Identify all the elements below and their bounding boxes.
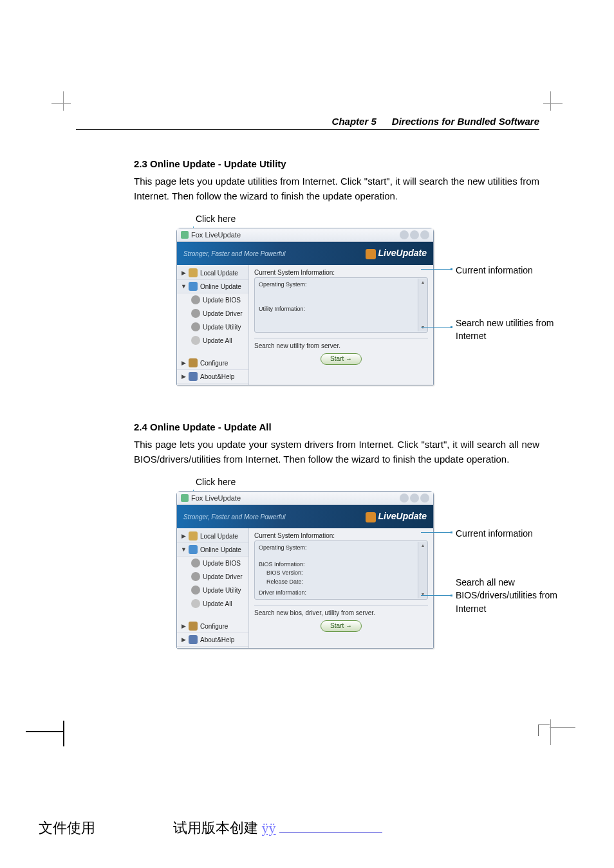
sidebar-item-label: Online Update: [200, 546, 241, 553]
app-icon: [181, 494, 189, 502]
crop-mark: [550, 727, 575, 728]
start-button[interactable]: Start →: [321, 353, 362, 365]
arrow-right-icon: ▶: [181, 533, 186, 539]
minimize-icon[interactable]: [400, 494, 409, 503]
scroll-down-icon[interactable]: ▾: [422, 591, 424, 598]
section-body: This page lets you update your system dr…: [134, 438, 539, 466]
minimize-icon[interactable]: [400, 230, 409, 239]
current-system-label: Current System Information:: [254, 532, 428, 539]
sidebar-item-label: Local Update: [200, 533, 238, 540]
sidebar-item-update-bios[interactable]: Update BIOS: [177, 293, 248, 307]
sidebar-item-configure[interactable]: ▶ Configure: [177, 620, 248, 633]
liveupdate-window: Fox LiveUpdate Stronger, Faster and More…: [176, 228, 434, 385]
close-icon[interactable]: [420, 494, 429, 503]
banner-slogan: Stronger, Faster and More Powerful: [183, 250, 285, 257]
disc-icon: [191, 322, 200, 331]
section-update-utility: 2.3 Online Update - Update Utility This …: [76, 158, 539, 385]
sidebar-item-label: Update BIOS: [203, 560, 241, 567]
section-body: This page lets you update utilities from…: [134, 174, 539, 203]
release-date-label: Release Date:: [259, 578, 423, 587]
gear-icon: [189, 622, 198, 631]
sidebar: ▶ Local Update ▼ Online Update Update BI…: [177, 265, 249, 385]
section-title: 2.4 Online Update - Update All: [134, 421, 539, 432]
sidebar-item-label: Update Utility: [203, 324, 241, 331]
banner-slogan: Stronger, Faster and More Powerful: [183, 513, 285, 521]
callout-line: [421, 327, 452, 328]
crop-mark: [51, 103, 71, 104]
brand-label: LiveUpdate: [378, 511, 427, 521]
sidebar-item-update-driver[interactable]: Update Driver: [177, 570, 248, 584]
chapter-title: Directions for Bundled Software: [392, 116, 539, 127]
arrow-right-icon: ▶: [181, 360, 186, 366]
crop-mark: [63, 91, 64, 111]
arrow-right-icon: ▶: [181, 270, 186, 276]
scrollbar[interactable]: ▴▾: [418, 542, 427, 598]
callout-search: Search new utilities from Internet: [456, 317, 565, 343]
maximize-icon[interactable]: [410, 230, 419, 239]
search-label: Search new utility from server.: [254, 342, 428, 349]
sidebar-item-update-all[interactable]: Update All: [177, 597, 248, 611]
sidebar-item-label: About&Help: [200, 373, 234, 380]
crop-mark: [538, 725, 550, 736]
bios-version-label: BIOS Version:: [259, 569, 423, 578]
scroll-up-icon[interactable]: ▴: [422, 279, 424, 286]
section-title: 2.3 Online Update - Update Utility: [134, 158, 539, 169]
system-info-box: Operating System: Utility Information: ▴…: [254, 277, 428, 333]
sidebar-item-label: Online Update: [200, 283, 241, 290]
sidebar-item-configure[interactable]: ▶ Configure: [177, 356, 248, 370]
sidebar-item-update-driver[interactable]: Update Driver: [177, 307, 248, 320]
liveupdate-window: Fox LiveUpdate Stronger, Faster and More…: [176, 491, 434, 649]
sidebar-item-label: Update Utility: [203, 587, 241, 594]
sidebar-item-about-help[interactable]: ▶ About&Help: [177, 633, 248, 647]
sidebar-item-label: Update BIOS: [203, 297, 241, 304]
sidebar-item-update-all[interactable]: Update All: [177, 334, 248, 347]
maximize-icon[interactable]: [410, 494, 419, 503]
current-system-label: Current System Information:: [254, 269, 428, 276]
search-label: Search new bios, driver, utility from se…: [254, 609, 428, 616]
folder-icon: [189, 531, 198, 540]
window-titlebar: Fox LiveUpdate: [177, 492, 433, 505]
crop-mark: [26, 731, 64, 732]
arrow-down-icon: ▼: [181, 283, 186, 290]
driver-info-label: Driver Information:: [259, 589, 423, 598]
arrow-down-icon: ▼: [181, 546, 186, 553]
callout-current-info: Current information: [456, 264, 533, 277]
disc-icon: [191, 295, 200, 304]
window-title: Fox LiveUpdate: [191, 231, 241, 239]
sidebar-item-update-bios[interactable]: Update BIOS: [177, 557, 248, 570]
click-here-label: Click here: [196, 477, 539, 487]
crop-mark: [550, 719, 551, 745]
callout-current-info: Current information: [456, 527, 533, 540]
scroll-down-icon[interactable]: ▾: [422, 324, 424, 331]
sidebar-item-label: Configure: [200, 623, 228, 630]
sidebar-item-label: Update Driver: [203, 310, 243, 317]
pdf-watermark: 文件使用 试用版本创建 ÿÿ: [39, 818, 382, 838]
page-header: Chapter 5 Directions for Bundled Softwar…: [76, 116, 539, 130]
scrollbar[interactable]: ▴▾: [418, 279, 427, 331]
arrow-right-icon: ▶: [181, 373, 186, 380]
callout-search: Search all new BIOS/drivers/utilities fr…: [456, 576, 572, 615]
sidebar-item-online-update[interactable]: ▼ Online Update: [177, 543, 248, 557]
sidebar-item-local-update[interactable]: ▶ Local Update: [177, 266, 248, 280]
scroll-up-icon[interactable]: ▴: [422, 542, 424, 549]
close-icon[interactable]: [420, 230, 429, 239]
sidebar-item-local-update[interactable]: ▶ Local Update: [177, 530, 248, 543]
callout-line: [421, 269, 452, 270]
folder-icon: [189, 268, 198, 277]
click-here-label: Click here: [196, 214, 539, 224]
sidebar-item-update-utility[interactable]: Update Utility: [177, 320, 248, 334]
brand-label: LiveUpdate: [378, 248, 427, 258]
sidebar-item-update-utility[interactable]: Update Utility: [177, 584, 248, 597]
gear-icon: [189, 358, 198, 367]
sidebar-item-label: About&Help: [200, 636, 234, 643]
window-titlebar: Fox LiveUpdate: [177, 228, 433, 242]
app-banner: Stronger, Faster and More Powerful LiveU…: [177, 242, 433, 265]
start-button[interactable]: Start →: [321, 620, 362, 632]
disc-icon: [191, 559, 200, 568]
watermark-link[interactable]: ÿÿ: [262, 820, 276, 836]
crop-mark: [543, 103, 563, 104]
sidebar-item-online-update[interactable]: ▼ Online Update: [177, 280, 248, 293]
sidebar-item-about-help[interactable]: ▶ About&Help: [177, 370, 248, 383]
sidebar-item-label: Configure: [200, 360, 228, 367]
brand-icon: [366, 249, 376, 259]
